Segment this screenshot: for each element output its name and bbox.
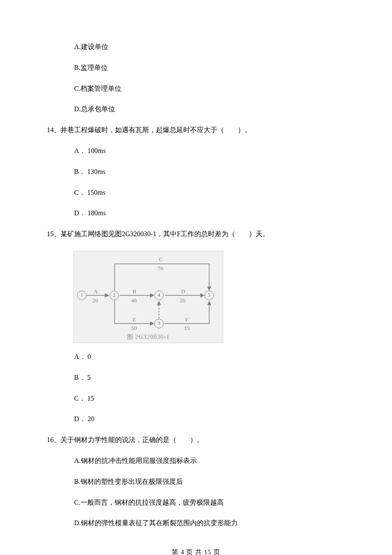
node-4: 4 bbox=[154, 291, 164, 300]
q15-option-a: A． 0 bbox=[74, 353, 345, 361]
activity-c-label: C bbox=[159, 256, 163, 263]
q16-stem: 16、关于钢材力学性能的说法，正确的是（ ）。 bbox=[47, 436, 345, 445]
activity-f-value: 15 bbox=[184, 325, 190, 332]
activity-b-label: B bbox=[133, 288, 136, 295]
network-caption: 图 2G320030-1 bbox=[74, 333, 223, 341]
q15-option-d: D． 20 bbox=[74, 415, 345, 424]
network-diagram: 1 2 3 4 5 A 20 B 40 C 70 D 20 E 50 F 15 … bbox=[73, 251, 223, 343]
q14-option-a: A． 100ms bbox=[74, 147, 345, 156]
activity-b-value: 40 bbox=[131, 297, 137, 304]
node-1: 1 bbox=[77, 291, 86, 300]
q16-option-a: A.钢材的抗冲击性能用屈服强度指标表示 bbox=[74, 457, 345, 465]
activity-d-label: D bbox=[181, 288, 185, 295]
node-2: 2 bbox=[110, 291, 119, 300]
node-3: 3 bbox=[154, 319, 164, 328]
q13-option-d: D.总承包单位 bbox=[74, 105, 345, 114]
activity-f-label: F bbox=[185, 316, 188, 323]
q14-option-c: C． 150ms bbox=[74, 188, 345, 197]
q14-stem: 14、井巷工程爆破时，如遇有瓦斯，起爆总延时不应大于（ ）。 bbox=[47, 126, 345, 135]
q16-option-b: B.钢材的塑性变形出现在极限强度后 bbox=[74, 477, 345, 486]
page-footer: 第 4 页 共 15 页 bbox=[47, 548, 345, 555]
q13-option-a: A.建设单位 bbox=[74, 43, 345, 52]
q13-option-c: C.档案管理单位 bbox=[74, 84, 345, 93]
q15-option-c: C． 15 bbox=[74, 394, 345, 403]
activity-e-value: 50 bbox=[131, 325, 137, 332]
q16-option-c: C.一般而言，钢材的抗拉强度越高，疲劳极限越高 bbox=[74, 498, 345, 507]
activity-a-value: 20 bbox=[92, 297, 98, 304]
activity-d-value: 20 bbox=[180, 297, 185, 304]
q15-option-b: B． 5 bbox=[74, 373, 345, 382]
activity-c-value: 70 bbox=[158, 265, 163, 272]
activity-e-label: E bbox=[133, 316, 136, 323]
node-5: 5 bbox=[205, 291, 214, 300]
q14-option-b: B． 130ms bbox=[74, 168, 345, 176]
activity-a-label: A bbox=[94, 288, 98, 295]
q13-option-b: B.监理单位 bbox=[74, 64, 345, 72]
q16-option-d: D.钢材的弹性模量表征了其在断裂范围内的抗变形能力 bbox=[74, 519, 345, 528]
q15-stem: 15、某矿施工网络图见图2G320030-1，其中F工作的总时差为（ ）天。 bbox=[47, 230, 345, 239]
q14-option-d: D． 180ms bbox=[74, 209, 345, 218]
